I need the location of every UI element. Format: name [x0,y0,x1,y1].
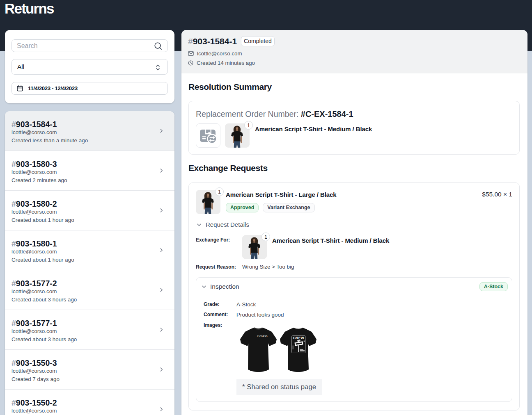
svg-text:C CORSO: C CORSO [257,335,268,337]
svg-text:CREW: CREW [293,336,305,340]
